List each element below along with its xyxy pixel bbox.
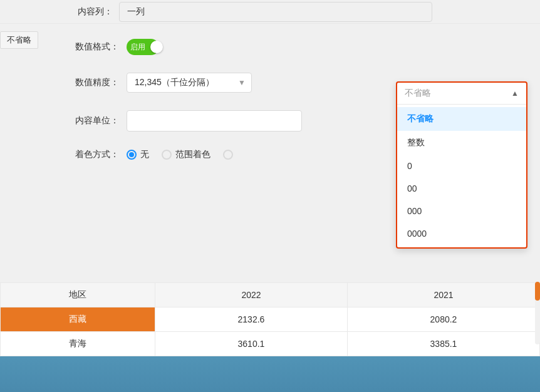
precision-value: 12,345（千位分隔） [135,77,214,88]
radio-none[interactable]: 无 [127,149,149,160]
radio-none-label: 无 [140,149,149,160]
radio-range-label: 范围着色 [175,149,210,160]
dropdown-item-1[interactable]: 整数 [397,131,526,155]
unit-input[interactable] [127,110,302,132]
dropdown-placeholder: 不省略 [405,88,431,99]
toggle-thumb [150,41,163,53]
data-table: 地区 2022 2021 西藏 2132.6 2080.2 青海 3610.1 … [0,282,540,356]
dropdown-overlay: 不省略 ▲ 不省略 整数 0 00 000 0000 [396,81,527,249]
top-label: 内容列： [63,6,113,18]
dropdown-item-5[interactable]: 0000 [397,222,526,245]
cell-region: 西藏 [1,307,155,332]
top-row: 内容列： 一列 [0,0,540,24]
cell-2021: 2080.2 [347,307,539,332]
dropdown-list: 不省略 整数 0 00 000 0000 [397,105,526,247]
chevron-up-icon: ▲ [511,89,519,98]
color-radio-group: 无 范围着色 [127,149,233,160]
scrollbar-thumb[interactable] [535,282,540,301]
top-input[interactable]: 一列 [119,2,432,22]
dropdown-item-2[interactable]: 0 [397,155,526,177]
radio-value[interactable] [223,150,233,160]
color-label: 着色方式： [63,149,119,160]
format-row: 数值格式： 启用 [0,30,540,64]
radio-value-circle [223,150,233,160]
toggle-wrapper[interactable]: 启用 [127,39,163,55]
cell-region: 青海 [1,332,155,356]
radio-range[interactable]: 范围着色 [162,149,210,160]
radio-none-circle [127,150,137,160]
format-label: 数值格式： [63,41,119,53]
precision-select[interactable]: 12,345（千位分隔） ▼ [127,73,252,93]
cell-2022: 2132.6 [155,307,347,332]
top-input-value: 一列 [127,6,145,18]
cell-2022: 3610.1 [155,332,347,356]
unit-label: 内容单位： [63,115,119,126]
col-region: 地区 [1,283,155,307]
table-row: 西藏 2132.6 2080.2 [1,307,540,332]
col-2021: 2021 [347,283,539,307]
dropdown-trigger[interactable]: 不省略 ▲ [397,83,526,105]
bg-table-area: 地区 2022 2021 西藏 2132.6 2080.2 青海 3610.1 … [0,282,540,392]
chevron-down-icon: ▼ [238,78,246,87]
scrollbar-track[interactable] [535,282,540,344]
table-row: 青海 3610.1 3385.1 [1,332,540,356]
cell-2021: 3385.1 [347,332,539,356]
col-2022: 2022 [155,283,347,307]
radio-range-circle [162,150,172,160]
dropdown-item-4[interactable]: 000 [397,200,526,222]
precision-select-wrapper[interactable]: 12,345（千位分隔） ▼ [127,73,252,93]
toggle-text: 启用 [130,42,145,53]
precision-label: 数值精度： [63,77,119,88]
dropdown-item-0[interactable]: 不省略 [397,107,526,131]
dropdown-item-3[interactable]: 00 [397,177,526,200]
